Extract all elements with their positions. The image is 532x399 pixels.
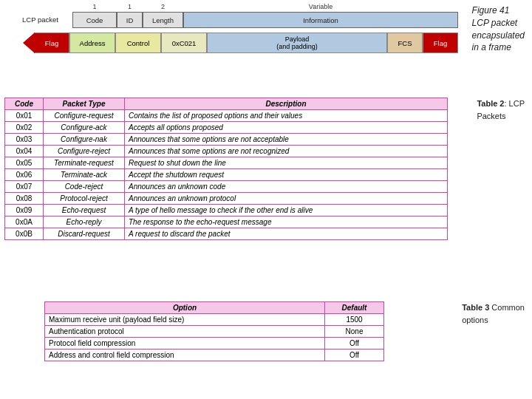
table3-row: Protocol field compressionOff (45, 338, 384, 349)
table2-cell-3-1: Configure-reject (44, 146, 125, 157)
table2-subtitle2: Packets (477, 112, 505, 120)
frame-fcs: FCS (387, 33, 423, 53)
table2-cell-8-0: 0x09 (5, 205, 44, 216)
lcp-table: Code Packet Type Description 0x01Configu… (4, 98, 448, 240)
figure-label-line4: in a frame (472, 42, 511, 52)
lcp-diagram: 1 1 2 Variable LCP packet Code ID Length… (22, 3, 458, 53)
table2-cell-10-0: 0x0B (5, 228, 44, 240)
table2-area: Code Packet Type Description 0x01Configu… (4, 98, 448, 240)
numbers-row: 1 1 2 Variable (72, 3, 458, 12)
table2-row: 0x01Configure-requestContains the list o… (5, 110, 448, 122)
table3-cell-0-0: Maximum receive unit (payload field size… (45, 314, 325, 326)
table3-row: Authentication protocolNone (45, 326, 384, 338)
figure-label-line1: Figure 41 (472, 5, 510, 16)
figure-label-line3: encapsulated (472, 30, 525, 41)
table2-row: 0x06Terminate-ackAccept the shutdown req… (5, 169, 448, 181)
table3-cell-3-0: Address and control field compression (45, 349, 325, 361)
table2-cell-8-1: Echo-request (44, 205, 125, 216)
table2-cell-3-0: 0x04 (5, 146, 44, 157)
table2-cell-7-0: 0x08 (5, 193, 44, 205)
table2-cell-8-2: A type of hello message to check if the … (125, 205, 448, 216)
table3-cell-1-0: Authentication protocol (45, 326, 325, 338)
table2-cell-0-1: Configure-request (44, 110, 125, 122)
table2-cell-0-0: 0x01 (5, 110, 44, 122)
table3-cell-2-0: Protocol field compression (45, 338, 325, 349)
field-length: Length (143, 12, 183, 28)
table2-cell-5-2: Accept the shutdown request (125, 169, 448, 181)
frame-protocol: 0xC021 (161, 33, 207, 53)
table2-cell-4-0: 0x05 (5, 157, 44, 169)
table2-cell-4-2: Request to shut down the line (125, 157, 448, 169)
table3-header-row: Option Default (45, 302, 384, 314)
table3-label: Table 3 Common options (462, 301, 525, 326)
table2-row: 0x04Configure-rejectAnnounces that some … (5, 146, 448, 157)
table2-header-row: Code Packet Type Description (5, 98, 448, 110)
frame-flag2: Flag (423, 33, 458, 53)
table2-cell-5-0: 0x06 (5, 169, 44, 181)
table2-cell-6-1: Code-reject (44, 181, 125, 193)
table3-cell-1-1: None (325, 326, 384, 338)
table2-cell-2-0: 0x03 (5, 134, 44, 146)
table2-col-type: Packet Type (44, 98, 125, 110)
table2-row: 0x02Configure-ackAccepts all options pro… (5, 122, 448, 134)
table2-cell-9-1: Echo-reply (44, 216, 125, 228)
table2-cell-0-2: Contains the list of proposed options an… (125, 110, 448, 122)
table2-cell-9-0: 0x0A (5, 216, 44, 228)
frame-address: Address (69, 33, 115, 53)
figure-41-area: Figure 41 LCP packet encapsulated in a f… (0, 0, 532, 96)
table2-cell-10-1: Discard-request (44, 228, 125, 240)
num-1a: 1 (72, 3, 117, 12)
table3-area: Option Default Maximum receive unit (pay… (44, 301, 384, 361)
table2-cell-2-2: Announces that some options are not acce… (125, 134, 448, 146)
table2-row: 0x08Protocol-rejectAnnounces an unknown … (5, 193, 448, 205)
table3-col-default: Default (325, 302, 384, 314)
table2-label-text: Table 2 (477, 99, 504, 108)
lcp-packet-row: LCP packet Code ID Length Information (22, 12, 458, 28)
lcp-fields-row: Code ID Length Information (72, 12, 458, 28)
table2-cell-6-0: 0x07 (5, 181, 44, 193)
table3-row: Address and control field compressionOff (45, 349, 384, 361)
table3-row: Maximum receive unit (payload field size… (45, 314, 384, 326)
table2-cell-7-1: Protocol-reject (44, 193, 125, 205)
table2-cell-1-1: Configure-ack (44, 122, 125, 134)
frame-row: Flag Address Control 0xC021 Payload(and … (34, 33, 458, 53)
table2-row: 0x0AEcho-replyThe response to the echo-r… (5, 216, 448, 228)
num-1b: 1 (117, 3, 143, 12)
table2-cell-2-1: Configure-nak (44, 134, 125, 146)
table3-cell-2-1: Off (325, 338, 384, 349)
frame-flag1: Flag (34, 33, 69, 53)
frame-control: Control (115, 33, 161, 53)
lcp-packet-label: LCP packet (22, 12, 58, 28)
table2-cell-4-1: Terminate-request (44, 157, 125, 169)
table2-col-code: Code (5, 98, 44, 110)
table2-cell-1-0: 0x02 (5, 122, 44, 134)
num-2: 2 (143, 3, 183, 12)
table3-subtitle2: options (462, 316, 488, 324)
table2-cell-6-2: Announces an unknown code (125, 181, 448, 193)
table2-row: 0x03Configure-nakAnnounces that some opt… (5, 134, 448, 146)
opt-table: Option Default Maximum receive unit (pay… (44, 301, 384, 361)
table2-row: 0x09Echo-requestA type of hello message … (5, 205, 448, 216)
table2-cell-10-2: A request to discard the packet (125, 228, 448, 240)
table2-row: 0x07Code-rejectAnnounces an unknown code (5, 181, 448, 193)
table2-row: 0x05Terminate-requestRequest to shut dow… (5, 157, 448, 169)
table3-label-text: Table 3 (462, 303, 489, 312)
table2-cell-5-1: Terminate-ack (44, 169, 125, 181)
table2-row: 0x0BDiscard-requestA request to discard … (5, 228, 448, 240)
table2-cell-3-2: Announces that some options are not reco… (125, 146, 448, 157)
table2-col-desc: Description (125, 98, 448, 110)
table2-cell-1-2: Accepts all options proposed (125, 122, 448, 134)
frame-payload: Payload(and padding) (207, 33, 387, 53)
field-code: Code (72, 12, 117, 28)
table3-col-option: Option (45, 302, 325, 314)
table2-label: Table 2: LCP Packets (477, 98, 525, 122)
table3-cell-3-1: Off (325, 349, 384, 361)
figure-label: Figure 41 LCP packet encapsulated in a f… (472, 4, 525, 54)
num-variable: Variable (183, 3, 458, 12)
table2-cell-9-2: The response to the echo-request message (125, 216, 448, 228)
table3-cell-0-1: 1500 (325, 314, 384, 326)
figure-label-line2: LCP packet (472, 18, 518, 28)
field-id: ID (117, 12, 143, 28)
field-information: Information (183, 12, 458, 28)
table2-cell-7-2: Announces an unknown protocol (125, 193, 448, 205)
